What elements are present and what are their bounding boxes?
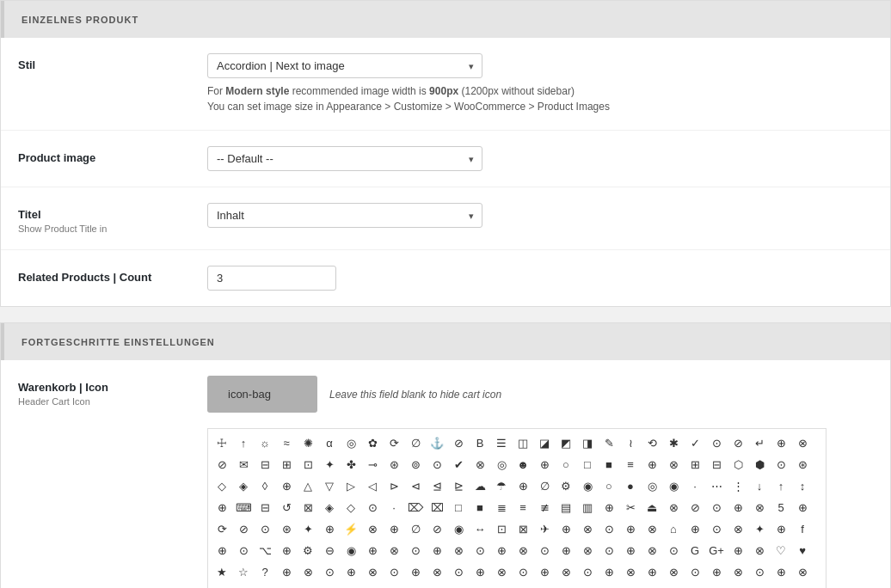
icon-cell[interactable]: ☩ xyxy=(212,432,232,453)
icon-cell[interactable]: ✉ xyxy=(233,454,254,475)
icon-cell[interactable]: G xyxy=(685,540,705,560)
icon-cell[interactable]: ⊗ xyxy=(448,540,469,560)
icon-cell[interactable]: ⊠ xyxy=(513,518,533,539)
icon-cell[interactable]: ⊕ xyxy=(384,518,404,539)
icon-cell[interactable]: ⊘ xyxy=(728,432,748,453)
icon-cell[interactable]: ⊘ xyxy=(212,454,232,475)
icon-cell[interactable]: ⊖ xyxy=(319,540,340,560)
icon-cell[interactable]: ■ xyxy=(470,497,490,518)
icon-cell[interactable]: ⊕ xyxy=(642,454,662,475)
icon-cell[interactable]: ⊗ xyxy=(448,583,469,588)
icon-cell[interactable]: ✓ xyxy=(685,432,705,453)
icon-cell[interactable]: ⊕ xyxy=(728,497,748,518)
icon-cell[interactable]: ◫ xyxy=(513,432,533,453)
icon-cell[interactable]: ⊟ xyxy=(255,454,275,475)
icon-cell[interactable]: ◨ xyxy=(577,432,598,453)
icon-cell[interactable]: ⊕ xyxy=(620,518,641,539)
icon-cell[interactable]: ⊙ xyxy=(577,561,598,582)
icon-cell[interactable]: B xyxy=(470,432,490,453)
icon-cell[interactable]: ⊗ xyxy=(491,561,512,582)
icon-cell[interactable]: ⊙ xyxy=(706,432,727,453)
icon-cell[interactable]: ∅ xyxy=(534,475,555,496)
icon-cell[interactable]: ⊘ xyxy=(233,518,254,539)
icon-cell[interactable]: ⊕ xyxy=(792,497,813,518)
icon-cell[interactable]: ⊙ xyxy=(319,561,340,582)
icon-cell[interactable]: ⬢ xyxy=(749,454,770,475)
icon-cell[interactable]: ⊗ xyxy=(663,454,684,475)
icon-cell[interactable]: ◈ xyxy=(233,475,254,496)
icon-cell[interactable]: ♡ xyxy=(771,540,791,560)
icon-cell[interactable]: ⊗ xyxy=(298,561,318,582)
icon-cell[interactable]: ⌧ xyxy=(427,497,447,518)
icon-cell[interactable]: ⊘ xyxy=(448,432,469,453)
icon-cell[interactable]: ⊕ xyxy=(470,561,490,582)
icon-cell[interactable]: ⊙ xyxy=(470,540,490,560)
icon-cell[interactable]: ☂ xyxy=(491,475,512,496)
icon-cell[interactable]: ☰ xyxy=(491,432,512,453)
icon-cell[interactable]: ≢ xyxy=(534,497,555,518)
icon-cell[interactable]: ⊙ xyxy=(599,540,619,560)
icon-cell[interactable]: ↕ xyxy=(792,475,813,496)
icon-cell[interactable]: ⊗ xyxy=(792,432,813,453)
icon-cell[interactable]: ⊗ xyxy=(513,540,533,560)
icon-cell[interactable]: ⊕ xyxy=(513,475,533,496)
icon-cell[interactable]: ⊟ xyxy=(255,497,275,518)
icon-cell[interactable]: ◎ xyxy=(491,454,512,475)
icon-cell[interactable]: ⊗ xyxy=(749,540,770,560)
icon-cell[interactable]: ♥ xyxy=(792,540,813,560)
icon-cell[interactable]: ⊙ xyxy=(362,497,383,518)
icon-cell[interactable]: ◉ xyxy=(577,475,598,496)
icon-cell[interactable]: ⊗ xyxy=(427,561,447,582)
icon-cell[interactable]: ⊗ xyxy=(577,540,598,560)
icon-cell[interactable]: ▤ xyxy=(556,497,576,518)
icon-cell[interactable]: ⊕ xyxy=(706,561,727,582)
icon-cell[interactable]: ◉ xyxy=(663,475,684,496)
icon-cell[interactable]: ⊙ xyxy=(706,497,727,518)
icon-cell[interactable]: ⊙ xyxy=(513,561,533,582)
icon-cell[interactable]: ◊ xyxy=(255,475,275,496)
icon-cell[interactable]: ⊟ xyxy=(706,454,727,475)
icon-cell[interactable]: ⊙ xyxy=(534,540,555,560)
icon-cell[interactable]: ⊗ xyxy=(362,561,383,582)
icon-cell[interactable]: ⊕ xyxy=(276,561,297,582)
icon-cell[interactable]: ⊕ xyxy=(362,583,383,588)
icon-cell[interactable]: ✦ xyxy=(298,518,318,539)
icon-cell[interactable]: □ xyxy=(448,497,469,518)
icon-cell[interactable]: ⊕ xyxy=(427,583,447,588)
icon-cell[interactable]: α xyxy=(319,432,340,453)
icon-cell[interactable]: ⌦ xyxy=(405,497,426,518)
icon-cell[interactable]: ⊕ xyxy=(319,518,340,539)
icon-cell[interactable]: ✦ xyxy=(319,454,340,475)
icon-cell[interactable]: ⬡ xyxy=(728,454,748,475)
icon-cell[interactable]: △ xyxy=(298,475,318,496)
icon-cell[interactable]: ✂ xyxy=(620,497,641,518)
icon-cell[interactable]: ⊗ xyxy=(577,583,598,588)
icon-cell[interactable]: ⊙ xyxy=(470,583,490,588)
icon-cell[interactable]: ⊙ xyxy=(427,454,447,475)
icon-cell[interactable]: ⋯ xyxy=(706,475,727,496)
icon-cell[interactable]: ⊙ xyxy=(663,540,684,560)
icon-cell[interactable]: ⊞ xyxy=(685,454,705,475)
icon-cell[interactable]: ⊗ xyxy=(728,561,748,582)
icon-cell[interactable]: ○ xyxy=(556,454,576,475)
icon-cell[interactable]: ★ xyxy=(212,561,232,582)
icon-cell[interactable]: ⊛ xyxy=(384,454,404,475)
stil-select[interactable]: Accordion | Next to image Modern | Next … xyxy=(207,53,482,78)
icon-cell[interactable]: ⊕ xyxy=(276,475,297,496)
icon-cell[interactable]: ⊙ xyxy=(276,583,297,588)
icon-cell[interactable]: ▽ xyxy=(319,475,340,496)
icon-cell[interactable]: ⚙ xyxy=(556,475,576,496)
icon-cell[interactable]: ⊗ xyxy=(642,518,662,539)
icon-cell[interactable]: ⟲ xyxy=(642,432,662,453)
icon-cell[interactable]: ◇ xyxy=(341,497,361,518)
icon-cell[interactable]: ⊗ xyxy=(792,561,813,582)
icon-cell[interactable]: ✤ xyxy=(341,454,361,475)
icon-cell[interactable]: ∅ xyxy=(405,518,426,539)
icon-cell[interactable]: ⊕ xyxy=(212,540,232,560)
icon-cell[interactable]: ⊗ xyxy=(470,454,490,475)
icon-cell[interactable]: ⊕ xyxy=(298,583,318,588)
icon-cell[interactable]: ▥ xyxy=(577,497,598,518)
icon-cell[interactable]: ◩ xyxy=(556,432,576,453)
icon-cell[interactable]: ⊕ xyxy=(405,561,426,582)
icon-cell[interactable]: ? xyxy=(255,561,275,582)
